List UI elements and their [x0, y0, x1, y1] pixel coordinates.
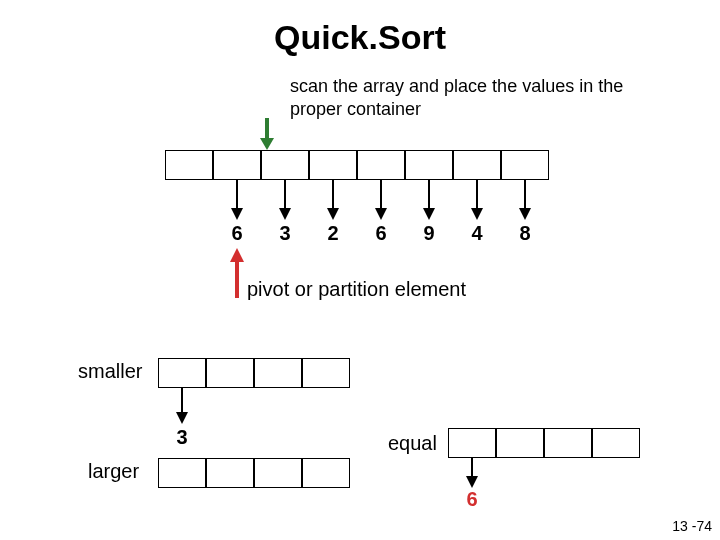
value-arrow-icon: [227, 180, 247, 220]
equal-cell: [496, 428, 544, 458]
svg-marker-11: [423, 208, 435, 220]
equal-cell: [448, 428, 496, 458]
page-number: 13 -74: [672, 518, 712, 534]
main-cell: [213, 150, 261, 180]
instruction-text: scan the array and place the values in t…: [290, 75, 630, 120]
larger-label: larger: [88, 460, 139, 483]
page-title: Quick.Sort: [0, 18, 720, 57]
svg-marker-1: [260, 138, 274, 150]
value-arrow-icon: [515, 180, 535, 220]
scan-arrow-icon: [257, 118, 277, 150]
equal-value: 6: [457, 488, 487, 511]
main-value: 3: [270, 222, 300, 245]
value-arrow-icon: [371, 180, 391, 220]
main-value: 2: [318, 222, 348, 245]
svg-marker-21: [466, 476, 478, 488]
smaller-arrow-icon: [172, 388, 192, 424]
smaller-cell: [254, 358, 302, 388]
svg-marker-5: [279, 208, 291, 220]
smaller-label: smaller: [78, 360, 142, 383]
main-cell: [165, 150, 213, 180]
svg-marker-9: [375, 208, 387, 220]
value-arrow-icon: [275, 180, 295, 220]
main-cell: [501, 150, 549, 180]
larger-cell: [158, 458, 206, 488]
pivot-label: pivot or partition element: [247, 278, 466, 301]
svg-marker-16: [230, 248, 244, 262]
main-cell: [309, 150, 357, 180]
larger-cell: [302, 458, 350, 488]
svg-marker-3: [231, 208, 243, 220]
pivot-arrow-icon: [227, 248, 247, 298]
value-arrow-icon: [467, 180, 487, 220]
svg-marker-7: [327, 208, 339, 220]
main-value: 4: [462, 222, 492, 245]
value-arrow-icon: [323, 180, 343, 220]
main-value: 9: [414, 222, 444, 245]
smaller-cell: [302, 358, 350, 388]
main-cell: [357, 150, 405, 180]
svg-marker-19: [176, 412, 188, 424]
main-cell: [453, 150, 501, 180]
equal-cell: [592, 428, 640, 458]
main-cell: [405, 150, 453, 180]
main-value: 8: [510, 222, 540, 245]
main-value: 6: [222, 222, 252, 245]
svg-marker-15: [519, 208, 531, 220]
larger-cell: [254, 458, 302, 488]
main-value: 6: [366, 222, 396, 245]
main-cell: [261, 150, 309, 180]
value-arrow-icon: [419, 180, 439, 220]
smaller-cell: [158, 358, 206, 388]
equal-label: equal: [388, 432, 437, 455]
svg-marker-13: [471, 208, 483, 220]
smaller-value: 3: [167, 426, 197, 449]
smaller-cell: [206, 358, 254, 388]
equal-cell: [544, 428, 592, 458]
equal-arrow-icon: [462, 458, 482, 488]
larger-cell: [206, 458, 254, 488]
